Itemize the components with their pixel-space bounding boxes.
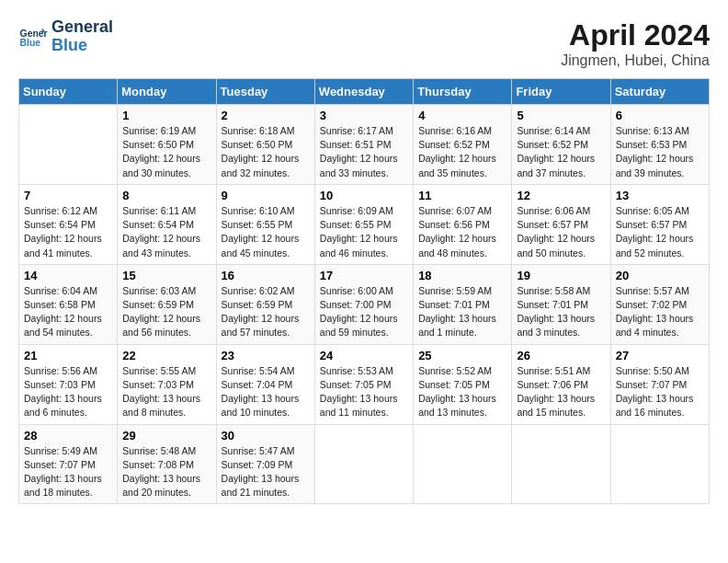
day-info: Sunrise: 6:17 AM Sunset: 6:51 PM Dayligh… — [320, 124, 408, 180]
day-number: 11 — [418, 189, 506, 202]
day-number: 29 — [122, 429, 210, 442]
logo-text-blue: Blue — [51, 37, 113, 55]
day-number: 7 — [24, 189, 112, 202]
day-number: 28 — [24, 429, 112, 442]
day-number: 27 — [616, 349, 704, 362]
day-cell: 19Sunrise: 5:58 AM Sunset: 7:01 PM Dayli… — [512, 264, 610, 344]
day-info: Sunrise: 5:59 AM Sunset: 7:01 PM Dayligh… — [418, 284, 506, 340]
day-number: 1 — [122, 109, 210, 122]
subtitle: Jingmen, Hubei, China — [561, 52, 710, 69]
week-row-1: 1Sunrise: 6:19 AM Sunset: 6:50 PM Daylig… — [19, 105, 710, 185]
col-header-thursday: Thursday — [414, 79, 512, 105]
week-row-3: 14Sunrise: 6:04 AM Sunset: 6:58 PM Dayli… — [19, 264, 710, 344]
day-cell: 26Sunrise: 5:51 AM Sunset: 7:06 PM Dayli… — [512, 344, 610, 424]
day-cell: 5Sunrise: 6:14 AM Sunset: 6:52 PM Daylig… — [512, 105, 610, 185]
day-info: Sunrise: 5:50 AM Sunset: 7:07 PM Dayligh… — [616, 364, 704, 420]
day-info: Sunrise: 5:51 AM Sunset: 7:06 PM Dayligh… — [517, 364, 605, 420]
day-info: Sunrise: 5:57 AM Sunset: 7:02 PM Dayligh… — [616, 284, 704, 340]
day-number: 14 — [24, 269, 112, 282]
day-number: 18 — [418, 269, 506, 282]
day-info: Sunrise: 5:52 AM Sunset: 7:05 PM Dayligh… — [418, 364, 506, 420]
day-number: 21 — [24, 349, 112, 362]
week-row-4: 21Sunrise: 5:56 AM Sunset: 7:03 PM Dayli… — [19, 344, 710, 424]
logo-icon: General Blue — [18, 22, 48, 52]
day-info: Sunrise: 6:06 AM Sunset: 6:57 PM Dayligh… — [517, 204, 605, 260]
day-info: Sunrise: 6:19 AM Sunset: 6:50 PM Dayligh… — [122, 124, 210, 180]
logo: General Blue General Blue — [18, 18, 113, 55]
day-number: 20 — [616, 269, 704, 282]
day-info: Sunrise: 6:11 AM Sunset: 6:54 PM Dayligh… — [122, 204, 210, 260]
day-info: Sunrise: 6:03 AM Sunset: 6:59 PM Dayligh… — [122, 284, 210, 340]
day-info: Sunrise: 5:47 AM Sunset: 7:09 PM Dayligh… — [222, 444, 310, 500]
svg-text:Blue: Blue — [20, 38, 41, 48]
day-cell: 20Sunrise: 5:57 AM Sunset: 7:02 PM Dayli… — [610, 264, 709, 344]
day-info: Sunrise: 6:10 AM Sunset: 6:55 PM Dayligh… — [222, 204, 310, 260]
day-number: 19 — [517, 269, 605, 282]
day-cell: 28Sunrise: 5:49 AM Sunset: 7:07 PM Dayli… — [19, 424, 118, 504]
day-number: 2 — [222, 109, 310, 122]
week-row-2: 7Sunrise: 6:12 AM Sunset: 6:54 PM Daylig… — [19, 184, 710, 264]
day-number: 30 — [222, 429, 310, 442]
day-cell: 14Sunrise: 6:04 AM Sunset: 6:58 PM Dayli… — [19, 264, 118, 344]
day-info: Sunrise: 5:55 AM Sunset: 7:03 PM Dayligh… — [122, 364, 210, 420]
day-cell: 25Sunrise: 5:52 AM Sunset: 7:05 PM Dayli… — [414, 344, 512, 424]
day-cell: 29Sunrise: 5:48 AM Sunset: 7:08 PM Dayli… — [118, 424, 216, 504]
day-info: Sunrise: 6:14 AM Sunset: 6:52 PM Dayligh… — [517, 124, 605, 180]
day-cell: 30Sunrise: 5:47 AM Sunset: 7:09 PM Dayli… — [216, 424, 314, 504]
day-cell: 15Sunrise: 6:03 AM Sunset: 6:59 PM Dayli… — [118, 264, 216, 344]
day-info: Sunrise: 5:49 AM Sunset: 7:07 PM Dayligh… — [24, 444, 112, 500]
day-number: 4 — [418, 109, 506, 122]
day-cell — [314, 424, 413, 504]
day-info: Sunrise: 6:04 AM Sunset: 6:58 PM Dayligh… — [24, 284, 112, 340]
day-number: 25 — [418, 349, 506, 362]
day-info: Sunrise: 5:56 AM Sunset: 7:03 PM Dayligh… — [24, 364, 112, 420]
col-header-tuesday: Tuesday — [216, 79, 314, 105]
day-cell: 17Sunrise: 6:00 AM Sunset: 7:00 PM Dayli… — [314, 264, 413, 344]
day-info: Sunrise: 5:58 AM Sunset: 7:01 PM Dayligh… — [517, 284, 605, 340]
day-number: 23 — [222, 349, 310, 362]
day-number: 8 — [122, 189, 210, 202]
logo-text-general: General — [51, 18, 113, 37]
day-number: 16 — [222, 269, 310, 282]
col-header-monday: Monday — [118, 79, 216, 105]
day-cell — [610, 424, 709, 504]
day-number: 10 — [320, 189, 408, 202]
day-cell: 27Sunrise: 5:50 AM Sunset: 7:07 PM Dayli… — [610, 344, 709, 424]
day-info: Sunrise: 6:09 AM Sunset: 6:55 PM Dayligh… — [320, 204, 408, 260]
day-info: Sunrise: 6:18 AM Sunset: 6:50 PM Dayligh… — [222, 124, 310, 180]
page-header: General Blue General Blue April 2024 Jin… — [18, 18, 710, 69]
day-number: 26 — [517, 349, 605, 362]
day-cell: 18Sunrise: 5:59 AM Sunset: 7:01 PM Dayli… — [414, 264, 512, 344]
day-cell: 12Sunrise: 6:06 AM Sunset: 6:57 PM Dayli… — [512, 184, 610, 264]
day-cell: 10Sunrise: 6:09 AM Sunset: 6:55 PM Dayli… — [314, 184, 413, 264]
day-number: 6 — [616, 109, 704, 122]
col-header-saturday: Saturday — [610, 79, 709, 105]
day-number: 22 — [122, 349, 210, 362]
day-info: Sunrise: 6:13 AM Sunset: 6:53 PM Dayligh… — [616, 124, 704, 180]
day-info: Sunrise: 6:05 AM Sunset: 6:57 PM Dayligh… — [616, 204, 704, 260]
day-cell: 23Sunrise: 5:54 AM Sunset: 7:04 PM Dayli… — [216, 344, 314, 424]
day-cell: 11Sunrise: 6:07 AM Sunset: 6:56 PM Dayli… — [414, 184, 512, 264]
title-block: April 2024 Jingmen, Hubei, China — [561, 18, 710, 69]
day-info: Sunrise: 5:54 AM Sunset: 7:04 PM Dayligh… — [222, 364, 310, 420]
day-number: 13 — [616, 189, 704, 202]
day-cell: 2Sunrise: 6:18 AM Sunset: 6:50 PM Daylig… — [216, 105, 314, 185]
day-info: Sunrise: 6:07 AM Sunset: 6:56 PM Dayligh… — [418, 204, 506, 260]
day-info: Sunrise: 5:53 AM Sunset: 7:05 PM Dayligh… — [320, 364, 408, 420]
day-cell: 22Sunrise: 5:55 AM Sunset: 7:03 PM Dayli… — [118, 344, 216, 424]
day-info: Sunrise: 6:00 AM Sunset: 7:00 PM Dayligh… — [320, 284, 408, 340]
col-header-sunday: Sunday — [19, 79, 118, 105]
day-number: 24 — [320, 349, 408, 362]
day-number: 5 — [517, 109, 605, 122]
day-cell: 21Sunrise: 5:56 AM Sunset: 7:03 PM Dayli… — [19, 344, 118, 424]
calendar-table: SundayMondayTuesdayWednesdayThursdayFrid… — [18, 78, 710, 504]
day-info: Sunrise: 5:48 AM Sunset: 7:08 PM Dayligh… — [122, 444, 210, 500]
day-number: 3 — [320, 109, 408, 122]
col-header-friday: Friday — [512, 79, 610, 105]
day-cell — [512, 424, 610, 504]
week-row-5: 28Sunrise: 5:49 AM Sunset: 7:07 PM Dayli… — [19, 424, 710, 504]
day-cell: 1Sunrise: 6:19 AM Sunset: 6:50 PM Daylig… — [118, 105, 216, 185]
day-cell — [19, 105, 118, 185]
day-number: 12 — [517, 189, 605, 202]
day-cell: 8Sunrise: 6:11 AM Sunset: 6:54 PM Daylig… — [118, 184, 216, 264]
